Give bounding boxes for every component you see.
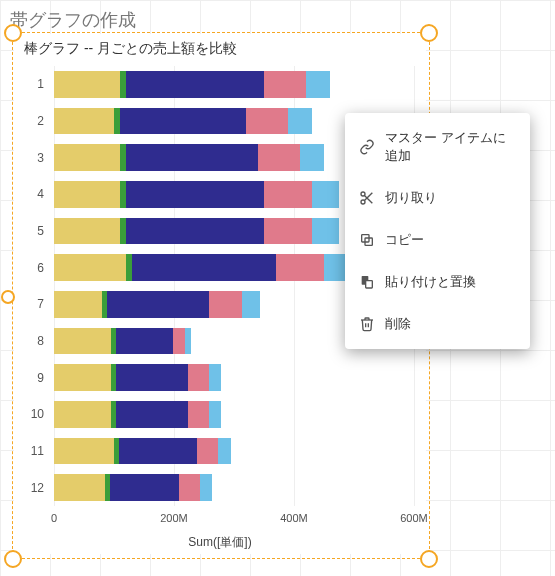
- menu-item-label: 貼り付けと置換: [385, 273, 476, 291]
- bar-segment: [242, 291, 260, 317]
- bar-segment: [54, 181, 120, 207]
- resize-handle-tr[interactable]: [420, 24, 438, 42]
- x-tick-label: 0: [51, 512, 57, 524]
- bar-segment: [54, 401, 111, 427]
- page-title: 帯グラフの作成: [10, 8, 136, 32]
- y-tick-label: 2: [14, 114, 44, 128]
- cut-icon: [359, 190, 375, 206]
- bar-segment: [54, 108, 114, 134]
- copy-icon: [359, 232, 375, 248]
- y-axis-labels: 123456789101112: [14, 66, 50, 506]
- bar-segment: [54, 218, 120, 244]
- bar-segment: [54, 438, 114, 464]
- y-tick-label: 11: [14, 444, 44, 458]
- bar-segment: [54, 328, 111, 354]
- resize-handle-bl[interactable]: [4, 550, 22, 568]
- link-icon: [359, 139, 375, 155]
- bar-segment: [209, 291, 242, 317]
- context-menu: マスター アイテムに追加切り取りコピー貼り付けと置換削除: [345, 113, 530, 349]
- x-tick-label: 600M: [400, 512, 428, 524]
- menu-item-copy[interactable]: コピー: [345, 219, 530, 261]
- chart-title: 棒グラフ -- 月ごとの売上額を比較: [14, 34, 426, 60]
- bar-segment: [264, 71, 306, 97]
- y-tick-label: 9: [14, 371, 44, 385]
- bar-segment: [126, 144, 258, 170]
- bar-segment: [126, 71, 264, 97]
- bar-segment: [116, 401, 188, 427]
- bar-segment: [119, 438, 197, 464]
- y-tick-label: 3: [14, 151, 44, 165]
- bar-segment: [312, 181, 339, 207]
- y-tick-label: 12: [14, 481, 44, 495]
- svg-rect-7: [366, 281, 373, 288]
- bar-segment: [54, 291, 102, 317]
- bar-segment: [54, 474, 105, 500]
- menu-item-link[interactable]: マスター アイテムに追加: [345, 117, 530, 177]
- bar-segment: [258, 144, 300, 170]
- bar-segment: [116, 364, 188, 390]
- resize-handle-tl[interactable]: [4, 24, 22, 42]
- bar-segment: [126, 218, 264, 244]
- menu-item-paste[interactable]: 貼り付けと置換: [345, 261, 530, 303]
- paste-icon: [359, 274, 375, 290]
- y-tick-label: 7: [14, 297, 44, 311]
- y-tick-label: 5: [14, 224, 44, 238]
- y-tick-label: 8: [14, 334, 44, 348]
- y-tick-label: 10: [14, 407, 44, 421]
- x-axis-title: Sum([単価]): [14, 534, 426, 551]
- bar-segment: [264, 181, 312, 207]
- bar-segment: [132, 254, 276, 280]
- bar-segment: [54, 71, 120, 97]
- bar-segment: [300, 144, 324, 170]
- bar-segment: [116, 328, 173, 354]
- bar-segment: [120, 108, 246, 134]
- bar-segment: [126, 181, 264, 207]
- svg-point-1: [361, 200, 365, 204]
- menu-item-trash[interactable]: 削除: [345, 303, 530, 345]
- svg-point-0: [361, 192, 365, 196]
- bar-segment: [209, 364, 221, 390]
- bar-segment: [306, 71, 330, 97]
- bar-segment: [197, 438, 218, 464]
- y-tick-label: 1: [14, 77, 44, 91]
- y-tick-label: 4: [14, 187, 44, 201]
- bar-segment: [110, 474, 179, 500]
- menu-item-label: マスター アイテムに追加: [385, 129, 516, 165]
- y-tick-label: 6: [14, 261, 44, 275]
- bar-segment: [54, 254, 126, 280]
- bar-segment: [218, 438, 231, 464]
- trash-icon: [359, 316, 375, 332]
- bar-segment: [200, 474, 212, 500]
- menu-item-label: コピー: [385, 231, 424, 249]
- bar-segment: [173, 328, 185, 354]
- bar-segment: [188, 364, 209, 390]
- bar-segment: [188, 401, 209, 427]
- bar-segment: [179, 474, 200, 500]
- bar-segment: [246, 108, 288, 134]
- bar-segment: [276, 254, 324, 280]
- bar-segment: [54, 364, 111, 390]
- menu-item-cut[interactable]: 切り取り: [345, 177, 530, 219]
- x-tick-label: 200M: [160, 512, 188, 524]
- resize-handle-br[interactable]: [420, 550, 438, 568]
- bar-segment: [264, 218, 312, 244]
- bar-segment: [312, 218, 339, 244]
- bar-segment: [185, 328, 191, 354]
- bar-segment: [107, 291, 209, 317]
- menu-item-label: 切り取り: [385, 189, 437, 207]
- x-tick-label: 400M: [280, 512, 308, 524]
- bar-segment: [54, 144, 120, 170]
- resize-handle-ml[interactable]: [1, 290, 15, 304]
- menu-item-label: 削除: [385, 315, 411, 333]
- bar-segment: [288, 108, 312, 134]
- bar-segment: [209, 401, 221, 427]
